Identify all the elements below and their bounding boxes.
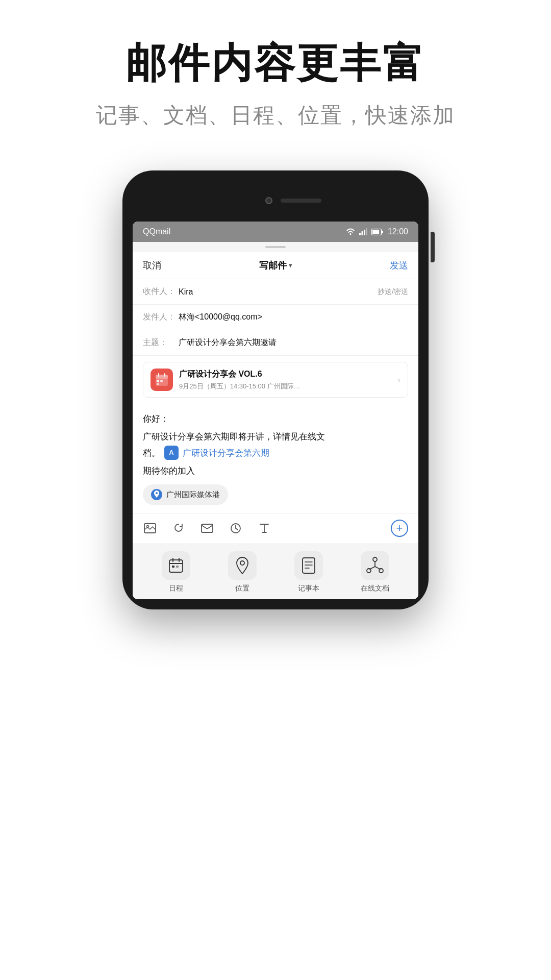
email-doc-link[interactable]: 广研设计分享会第六期 bbox=[183, 446, 269, 460]
drag-handle bbox=[133, 242, 418, 252]
phone-side-button bbox=[431, 232, 435, 262]
phone-mockup-container: QQmail bbox=[0, 170, 551, 609]
svg-rect-6 bbox=[372, 230, 379, 234]
sender-value[interactable]: 林海<10000@qq.com> bbox=[179, 312, 408, 323]
recipient-value[interactable]: Kira bbox=[179, 287, 378, 297]
status-bar: QQmail bbox=[133, 222, 418, 242]
send-button[interactable]: 发送 bbox=[390, 259, 408, 272]
text-format-icon[interactable] bbox=[257, 521, 271, 535]
location-icon-wrap bbox=[228, 551, 257, 580]
location-pin-icon bbox=[151, 489, 162, 500]
wifi-icon bbox=[346, 228, 355, 235]
location-chip[interactable]: 广州国际媒体港 bbox=[143, 484, 228, 505]
online-doc-icon-wrap bbox=[361, 551, 389, 580]
page-header: 邮件内容更丰富 记事、文档、日程、位置，快速添加 bbox=[0, 0, 551, 150]
phone-camera bbox=[265, 197, 272, 204]
cancel-button[interactable]: 取消 bbox=[143, 259, 161, 272]
location-icon bbox=[235, 557, 249, 574]
toolbar-icons bbox=[143, 521, 271, 535]
calendar-event-detail: 9月25日（周五）14:30-15:00 广州国际… bbox=[179, 382, 397, 391]
svg-rect-7 bbox=[382, 231, 383, 233]
action-item-location[interactable]: 位置 bbox=[228, 551, 257, 593]
page-subtitle: 记事、文档、日程、位置，快速添加 bbox=[0, 101, 551, 130]
action-item-notes[interactable]: 记事本 bbox=[294, 551, 323, 593]
compose-toolbar: + bbox=[133, 513, 418, 543]
svg-point-26 bbox=[240, 561, 244, 565]
phone-screen: QQmail bbox=[133, 222, 418, 599]
page-title: 邮件内容更丰富 bbox=[0, 41, 551, 86]
add-icon: + bbox=[396, 522, 403, 535]
svg-line-36 bbox=[375, 567, 380, 569]
svg-rect-24 bbox=[172, 566, 174, 568]
svg-rect-2 bbox=[361, 231, 363, 235]
notes-icon-wrap bbox=[294, 551, 323, 580]
clock-icon[interactable] bbox=[229, 521, 243, 535]
email-greeting: 你好： bbox=[143, 412, 408, 426]
cc-button[interactable]: 抄送/密送 bbox=[378, 287, 408, 297]
svg-rect-4 bbox=[366, 228, 367, 235]
recipient-label: 收件人： bbox=[143, 286, 179, 297]
image-icon[interactable] bbox=[143, 521, 157, 535]
calendar-attachment-icon bbox=[151, 369, 173, 391]
phone-mockup: QQmail bbox=[122, 170, 429, 609]
svg-rect-25 bbox=[176, 566, 179, 568]
online-doc-label: 在线文档 bbox=[361, 584, 389, 593]
email-text1: 广研设计分享会第六期即将开讲，详情见在线文 档。 A 广研设计分享会第六期 bbox=[143, 430, 408, 460]
rotate-icon[interactable] bbox=[171, 521, 186, 535]
svg-rect-10 bbox=[157, 380, 159, 382]
status-time: 12:00 bbox=[388, 227, 408, 236]
action-item-online-doc[interactable]: 在线文档 bbox=[361, 551, 389, 593]
svg-line-35 bbox=[370, 567, 375, 569]
calendar-attachment-info: 广研设计分享会 VOL.6 9月25日（周五）14:30-15:00 广州国际… bbox=[179, 369, 397, 391]
online-doc-icon bbox=[366, 557, 384, 574]
svg-rect-12 bbox=[157, 383, 159, 385]
compose-dropdown-icon[interactable]: ▾ bbox=[289, 262, 292, 269]
signal-icon bbox=[359, 228, 367, 235]
calendar-attachment[interactable]: 广研设计分享会 VOL.6 9月25日（周五）14:30-15:00 广州国际…… bbox=[143, 362, 408, 398]
email-expect: 期待你的加入 bbox=[143, 464, 408, 478]
svg-rect-1 bbox=[359, 233, 361, 235]
compose-header: 取消 写邮件 ▾ 发送 bbox=[133, 252, 418, 279]
status-icons: 12:00 bbox=[346, 227, 408, 236]
drag-handle-bar bbox=[265, 246, 286, 248]
calendar-event-title: 广研设计分享会 VOL.6 bbox=[179, 369, 397, 380]
compose-title: 写邮件 ▾ bbox=[259, 259, 292, 272]
svg-rect-27 bbox=[303, 558, 315, 573]
schedule-label: 日程 bbox=[169, 584, 183, 593]
status-app-name: QQmail bbox=[143, 227, 170, 236]
svg-rect-18 bbox=[202, 524, 213, 532]
svg-point-0 bbox=[349, 234, 351, 235]
action-item-schedule[interactable]: 日程 bbox=[162, 551, 190, 593]
sender-label: 发件人： bbox=[143, 312, 179, 323]
location-name: 广州国际媒体港 bbox=[166, 488, 220, 501]
subject-value[interactable]: 广研设计分享会第六期邀请 bbox=[179, 337, 408, 348]
location-label: 位置 bbox=[235, 584, 249, 593]
schedule-icon bbox=[168, 557, 184, 574]
email-doc-link-container: 档。 A 广研设计分享会第六期 bbox=[143, 446, 408, 460]
document-icon: A bbox=[164, 446, 179, 460]
svg-rect-3 bbox=[364, 230, 365, 235]
mail-icon[interactable] bbox=[200, 521, 214, 535]
subject-label: 主题： bbox=[143, 337, 179, 348]
phone-speaker bbox=[281, 199, 321, 203]
schedule-icon-wrap bbox=[162, 551, 190, 580]
svg-point-31 bbox=[373, 557, 377, 561]
calendar-svg-icon bbox=[155, 373, 169, 387]
svg-rect-9 bbox=[156, 375, 168, 379]
subject-field: 主题： 广研设计分享会第六期邀请 bbox=[133, 330, 418, 356]
email-body[interactable]: 你好： 广研设计分享会第六期即将开讲，详情见在线文 档。 A 广研设计分享会第六… bbox=[133, 404, 418, 513]
recipient-field: 收件人： Kira 抄送/密送 bbox=[133, 279, 418, 305]
battery-icon bbox=[371, 229, 384, 235]
sender-field: 发件人： 林海<10000@qq.com> bbox=[133, 305, 418, 330]
svg-rect-11 bbox=[160, 380, 163, 382]
calendar-chevron-icon: › bbox=[397, 375, 400, 385]
notes-icon bbox=[301, 557, 316, 574]
svg-point-15 bbox=[156, 492, 158, 494]
phone-top-bar bbox=[133, 181, 418, 222]
add-button[interactable]: + bbox=[391, 520, 408, 537]
notes-label: 记事本 bbox=[298, 584, 319, 593]
bottom-action-bar: 日程 位置 bbox=[133, 543, 418, 599]
